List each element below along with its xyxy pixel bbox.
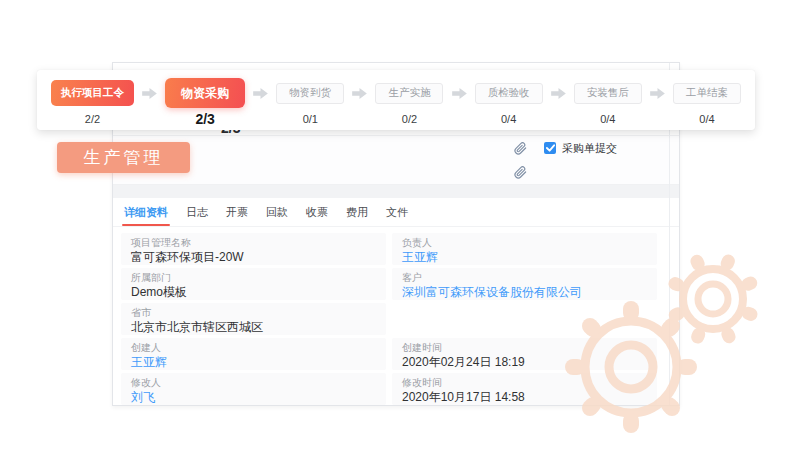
field-value: Demo模板: [131, 286, 376, 299]
step-button[interactable]: 执行项目工令: [51, 80, 134, 106]
tab-receipt[interactable]: 收票: [304, 198, 330, 226]
step-work-order-close: 工单结案 0/4: [673, 75, 741, 125]
field-value: 2020年10月17日 14:58: [402, 391, 647, 404]
step-arrow-icon: [142, 75, 157, 111]
field-empty: [392, 303, 657, 335]
step-count: 0/4: [501, 113, 516, 125]
step-arrow-icon: [452, 75, 467, 111]
creator-link[interactable]: 王亚辉: [131, 356, 376, 369]
step-arrow-icon: [551, 75, 566, 111]
customer-link[interactable]: 深圳富可森环保设备股份有限公司: [402, 286, 647, 299]
field-project-name: 项目管理名称 富可森环保项目-20W: [121, 233, 386, 265]
field-value: 2020年02月24日 18:19: [402, 356, 647, 369]
step-button[interactable]: 物资采购: [165, 78, 245, 108]
tab-bar: 详细资料 日志 开票 回款 收票 费用 文件: [113, 198, 679, 227]
step-production: 生产实施 0/2: [375, 75, 443, 125]
field-label: 负责人: [402, 237, 647, 248]
submit-checkbox[interactable]: [544, 142, 556, 154]
check-icon: [546, 144, 555, 152]
form-row: 省市 北京市北京市辖区西城区: [121, 303, 657, 335]
tab-files[interactable]: 文件: [384, 198, 410, 226]
step-arrow-icon: [650, 75, 665, 111]
step-count: 0/4: [600, 113, 615, 125]
tab-invoice[interactable]: 开票: [224, 198, 250, 226]
field-value: 富可森环保项目-20W: [131, 251, 376, 264]
field-label: 创建人: [131, 342, 376, 353]
form-row: 项目管理名称 富可森环保项目-20W 负责人 王亚辉: [121, 233, 657, 265]
field-label: 所属部门: [131, 272, 376, 283]
step-material-purchase: 物资采购 2/3: [165, 75, 245, 127]
step-count: 2/2: [85, 113, 100, 125]
submit-checkbox-label: 采购单提交: [562, 141, 617, 156]
field-label: 创建时间: [402, 342, 647, 353]
step-count: 0/1: [303, 113, 318, 125]
step-count: 0/4: [699, 113, 714, 125]
field-owner: 负责人 王亚辉: [392, 233, 657, 265]
tab-expense[interactable]: 费用: [344, 198, 370, 226]
field-label: 客户: [402, 272, 647, 283]
tab-log[interactable]: 日志: [184, 198, 210, 226]
form-row: 修改人 刘飞 修改时间 2020年10月17日 14:58: [121, 373, 657, 405]
step-button[interactable]: 安装售后: [574, 83, 642, 104]
owner-link[interactable]: 王亚辉: [402, 251, 647, 264]
detail-form: 项目管理名称 富可森环保项目-20W 负责人 王亚辉 所属部门 Demo模板 客…: [121, 233, 657, 408]
step-button[interactable]: 工单结案: [673, 83, 741, 104]
field-created-time: 创建时间 2020年02月24日 18:19: [392, 338, 657, 370]
paperclip-icon[interactable]: [514, 142, 527, 155]
attachment-row: 采购单提交: [113, 135, 679, 161]
field-label: 修改时间: [402, 377, 647, 388]
paperclip-icon[interactable]: [514, 166, 527, 179]
field-label: 省市: [131, 307, 376, 318]
step-count: 0/2: [402, 113, 417, 125]
field-region: 省市 北京市北京市辖区西城区: [121, 303, 386, 335]
tab-details[interactable]: 详细资料: [122, 198, 170, 226]
step-material-arrival: 物资到货 0/1: [276, 75, 344, 125]
field-modifier: 修改人 刘飞: [121, 373, 386, 405]
workflow-stepper-card: 执行项目工令 2/2 物资采购 2/3 物资到货 0/1 生产实施 0/2 质检: [37, 70, 755, 130]
step-arrow-icon: [352, 75, 367, 111]
field-modified-time: 修改时间 2020年10月17日 14:58: [392, 373, 657, 405]
field-label: 项目管理名称: [131, 237, 376, 248]
attachment-row: [113, 160, 679, 185]
step-button[interactable]: 生产实施: [375, 83, 443, 104]
field-customer: 客户 深圳富可森环保设备股份有限公司: [392, 268, 657, 300]
field-creator: 创建人 王亚辉: [121, 338, 386, 370]
field-department: 所属部门 Demo模板: [121, 268, 386, 300]
page: 2/3 采购单提交 详细资料 日志 开票 回款 收票 费用 文件: [0, 0, 792, 459]
production-management-badge: 生产管理: [57, 142, 190, 173]
step-button[interactable]: 物资到货: [276, 83, 344, 104]
form-row: 所属部门 Demo模板 客户 深圳富可森环保设备股份有限公司: [121, 268, 657, 300]
field-label: 修改人: [131, 377, 376, 388]
modifier-link[interactable]: 刘飞: [131, 391, 376, 404]
step-button[interactable]: 质检验收: [475, 83, 543, 104]
step-count: 2/3: [195, 111, 214, 127]
tab-payment[interactable]: 回款: [264, 198, 290, 226]
step-execute-work-order: 执行项目工令 2/2: [51, 75, 134, 125]
form-row: 创建人 王亚辉 创建时间 2020年02月24日 18:19: [121, 338, 657, 370]
field-value: 北京市北京市辖区西城区: [131, 321, 376, 334]
section-divider: [113, 185, 679, 198]
step-arrow-icon: [253, 75, 268, 111]
step-quality-inspection: 质检验收 0/4: [475, 75, 543, 125]
step-installation-aftersales: 安装售后 0/4: [574, 75, 642, 125]
